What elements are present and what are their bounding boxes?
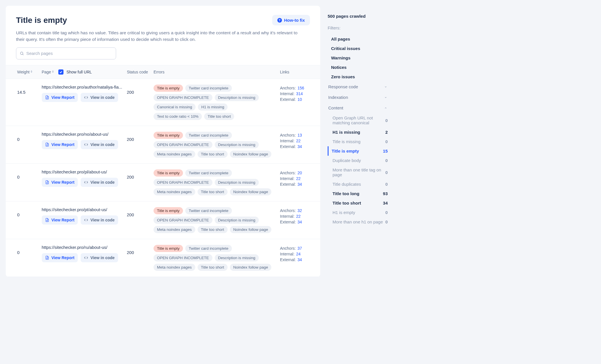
page-url[interactable]: https://sitechecker.pro/ru/about-us/ [42, 245, 125, 250]
internal-value[interactable]: 24 [296, 252, 301, 256]
svg-point-0 [20, 52, 23, 55]
error-tag[interactable]: Title too short [198, 151, 228, 158]
error-tag[interactable]: Title is empty [154, 169, 183, 177]
sidebar-top-filter[interactable]: Critical issues [328, 44, 389, 53]
sidebar-content-filter[interactable]: H1 is empty0 [328, 208, 389, 217]
error-tag[interactable]: Twitter card incomplete [185, 169, 232, 177]
page-url[interactable]: https://sitechecker.pro/pt/about-us/ [42, 207, 125, 212]
col-page-sort[interactable]: Page [42, 70, 55, 74]
error-tag[interactable]: Description is missing [215, 94, 259, 101]
internal-value[interactable]: 22 [296, 214, 301, 219]
error-tag[interactable]: OPEN GRAPH INCOMPLETE [154, 94, 212, 101]
error-tag[interactable]: Twitter card incomplete [185, 132, 232, 139]
error-tag[interactable]: Twitter card incomplete [185, 85, 232, 92]
sidebar-content-filter[interactable]: Open Graph URL not matching canonical0 [328, 113, 389, 127]
sidebar-content-filter[interactable]: More than one title tag on page0 [328, 165, 389, 179]
error-tag[interactable]: OPEN GRAPH INCOMPLETE [154, 254, 212, 261]
error-tag[interactable]: Canonical is missing [154, 103, 196, 111]
error-tag[interactable]: Noindex follow page [230, 226, 272, 233]
error-tag[interactable]: Description is missing [215, 179, 259, 186]
view-in-code-button[interactable]: View in code [81, 93, 118, 102]
error-tag[interactable]: Title too short [198, 188, 228, 195]
error-tag[interactable]: Title is empty [154, 132, 183, 139]
external-value[interactable]: 10 [297, 97, 302, 102]
sidebar-content-filter[interactable]: More than one h1 on page0 [328, 217, 389, 227]
error-tag[interactable]: Twitter card incomplete [185, 207, 232, 214]
page-url[interactable]: https://sitechecker.pro/pl/about-us/ [42, 169, 125, 174]
external-value[interactable]: 34 [297, 220, 302, 224]
sidebar-content-filter[interactable]: H1 is missing2 [328, 127, 389, 137]
error-tag[interactable]: OPEN GRAPH INCOMPLETE [154, 141, 212, 148]
sidebar-top-filter[interactable]: All pages [328, 34, 389, 44]
cell-errors: Title is emptyTwitter card incompleteOPE… [154, 169, 280, 195]
anchors-value[interactable]: 156 [297, 86, 304, 90]
section-indexation[interactable]: Indexation [328, 92, 389, 103]
sidebar-content-filter[interactable]: Duplicate body0 [328, 156, 389, 165]
error-tag[interactable]: Text to code ratio < 10% [154, 113, 202, 120]
view-report-button[interactable]: View Report [42, 93, 78, 102]
col-status-header[interactable]: Status code [127, 70, 154, 74]
error-tag[interactable]: Title is empty [154, 245, 183, 252]
sidebar-top-filter[interactable]: Warnings [328, 53, 389, 63]
sidebar-content-filter[interactable]: Title too long93 [328, 189, 389, 198]
sidebar-content-filter[interactable]: Title duplicates0 [328, 179, 389, 189]
view-in-code-button[interactable]: View in code [81, 253, 118, 262]
error-tag[interactable]: Meta noindex pages [154, 226, 195, 233]
error-tag[interactable]: Title too short [198, 264, 228, 271]
error-tag[interactable]: OPEN GRAPH INCOMPLETE [154, 217, 212, 224]
view-report-button[interactable]: View Report [42, 253, 78, 262]
view-in-code-button[interactable]: View in code [81, 215, 118, 225]
error-tag[interactable]: Meta noindex pages [154, 264, 195, 271]
page-url[interactable]: https://sitechecker.pro/no/about-us/ [42, 132, 125, 137]
internal-value[interactable]: 22 [296, 139, 301, 143]
internal-value[interactable]: 22 [296, 176, 301, 181]
error-tag[interactable]: Meta noindex pages [154, 188, 195, 195]
external-value[interactable]: 34 [297, 144, 302, 149]
anchors-value[interactable]: 37 [297, 246, 302, 251]
cell-status: 200 [127, 245, 154, 255]
search-box[interactable] [16, 47, 116, 59]
error-tag[interactable]: Noindex follow page [230, 188, 272, 195]
error-tag[interactable]: Meta noindex pages [154, 151, 195, 158]
view-report-button[interactable]: View Report [42, 215, 78, 225]
anchors-value[interactable]: 13 [297, 133, 302, 137]
table-header: Weight Page Show full URL Status code Er… [6, 65, 320, 79]
sidebar-top-filter[interactable]: Notices [328, 63, 389, 72]
show-full-url-checkbox[interactable] [58, 69, 63, 75]
error-tag[interactable]: Description is missing [215, 254, 259, 261]
search-input[interactable] [26, 51, 112, 56]
cell-errors: Title is emptyTwitter card incompleteOPE… [154, 245, 280, 271]
view-report-button[interactable]: View Report [42, 140, 78, 149]
section-content[interactable]: Content [328, 103, 389, 113]
external-label: External: [280, 257, 296, 262]
error-tag[interactable]: Title too short [198, 226, 228, 233]
error-tag[interactable]: Noindex follow page [230, 264, 272, 271]
error-tag[interactable]: Title is empty [154, 207, 183, 214]
error-tag[interactable]: Noindex follow page [230, 151, 272, 158]
error-tag[interactable]: H1 is missing [198, 103, 228, 111]
internal-value[interactable]: 314 [296, 91, 303, 96]
view-in-code-button[interactable]: View in code [81, 140, 118, 149]
error-tag[interactable]: Description is missing [215, 141, 259, 148]
sidebar-top-filter[interactable]: Zero issues [328, 72, 389, 81]
error-tag[interactable]: Twitter card incomplete [185, 245, 232, 252]
col-weight-header[interactable]: Weight [17, 70, 42, 74]
anchors-value[interactable]: 20 [297, 171, 302, 175]
error-tag[interactable]: Title is empty [154, 85, 183, 92]
sidebar-content-filter[interactable]: Title too short34 [328, 198, 389, 208]
view-report-button[interactable]: View Report [42, 178, 78, 187]
external-value[interactable]: 34 [297, 182, 302, 187]
page-url[interactable]: https://sitechecker.pro/author/nataliya-… [42, 85, 125, 89]
cell-errors: Title is emptyTwitter card incompleteOPE… [154, 207, 280, 233]
external-value[interactable]: 34 [297, 257, 302, 262]
error-tag[interactable]: OPEN GRAPH INCOMPLETE [154, 179, 212, 186]
view-in-code-button[interactable]: View in code [81, 178, 118, 187]
sidebar-content-filter[interactable]: Title is missing0 [328, 137, 389, 146]
sidebar-content-filter[interactable]: Title is empty15 [328, 146, 389, 156]
error-tag[interactable]: Title too short [204, 113, 234, 120]
section-response-code[interactable]: Response code [328, 81, 389, 92]
howto-fix-button[interactable]: ? How-to fix [272, 15, 310, 25]
cell-page: https://sitechecker.pro/no/about-us/ Vie… [42, 132, 127, 149]
error-tag[interactable]: Description is missing [215, 217, 259, 224]
anchors-value[interactable]: 32 [297, 208, 302, 213]
